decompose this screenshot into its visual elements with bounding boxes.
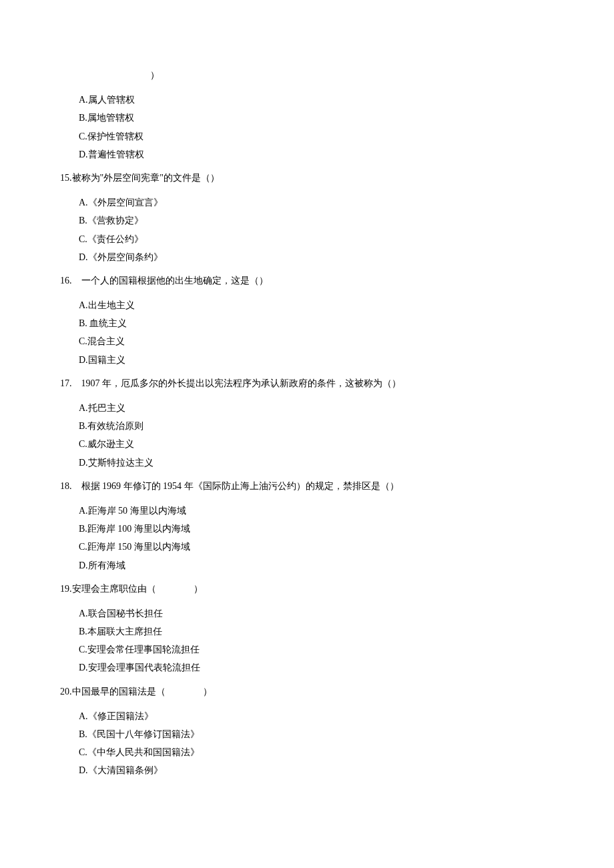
q16-option-c: C.混合主义 — [79, 333, 574, 350]
q17-option-b: B.有效统治原则 — [79, 418, 574, 434]
q17-option-d: D.艾斯特拉达主义 — [79, 454, 574, 471]
q14-option-d: D.普遍性管辖权 — [79, 146, 574, 163]
q18-option-a: A.距海岸 50 海里以内海域 — [79, 502, 574, 519]
q20-option-d: D.《大清国籍条例》 — [79, 762, 574, 779]
q20-stem: 20.中国最早的国籍法是（ ） — [60, 683, 574, 700]
q18-stem: 18. 根据 1969 年修订的 1954 年《国际防止海上油污公约）的规定，禁… — [60, 478, 574, 494]
q14-option-b: B.属地管辖权 — [79, 109, 574, 126]
q16-option-a: A.出生地主义 — [79, 297, 574, 314]
q16-stem: 16. 一个人的国籍根据他的出生地确定，这是（） — [60, 272, 574, 289]
q17-options: A.托巴主义 B.有效统治原则 C.威尔逊主义 D.艾斯特拉达主义 — [79, 400, 574, 471]
q15-options: A.《外层空间宣言》 B.《营救协定》 C.《责任公约》 D.《外层空间条约》 — [79, 194, 574, 266]
q16-option-d: D.国籍主义 — [79, 352, 574, 368]
q18-option-c: C.距海岸 150 海里以内海域 — [79, 538, 574, 555]
q15-option-b: B.《营救协定》 — [79, 212, 574, 229]
q19-options: A.联合国秘书长担任 B.本届联大主席担任 C.安理会常任理事国轮流担任 D.安… — [79, 605, 574, 677]
q18-options: A.距海岸 50 海里以内海域 B.距海岸 100 海里以内海域 C.距海岸 1… — [79, 502, 574, 574]
q14-partial-stem: ） — [150, 67, 574, 83]
q18-option-b: B.距海岸 100 海里以内海域 — [79, 520, 574, 537]
q15-stem: 15.被称为"外层空间宪章"的文件是（） — [60, 169, 574, 186]
q14-option-c: C.保护性管辖权 — [79, 128, 574, 145]
q20-option-c: C.《中华人民共和国国籍法》 — [79, 744, 574, 761]
q17-option-a: A.托巴主义 — [79, 400, 574, 416]
q15-option-a: A.《外层空间宣言》 — [79, 194, 574, 211]
q19-option-b: B.本届联大主席担任 — [79, 623, 574, 640]
q14-option-a: A.属人管辖权 — [79, 91, 574, 108]
q20-options: A.《修正国籍法》 B.《民国十八年修订国籍法》 C.《中华人民共和国国籍法》 … — [79, 708, 574, 779]
q18-option-d: D.所有海域 — [79, 557, 574, 574]
q19-option-d: D.安理会理事国代表轮流担任 — [79, 659, 574, 676]
q16-options: A.出生地主义 B. 血统主义 C.混合主义 D.国籍主义 — [79, 297, 574, 368]
q19-option-a: A.联合国秘书长担任 — [79, 605, 574, 622]
q15-option-d: D.《外层空间条约》 — [79, 249, 574, 266]
q15-option-c: C.《责任公约》 — [79, 231, 574, 248]
q17-option-c: C.威尔逊主义 — [79, 436, 574, 452]
q16-option-b: B. 血统主义 — [79, 315, 574, 332]
q19-option-c: C.安理会常任理事国轮流担任 — [79, 641, 574, 658]
q17-stem: 17. 1907 年，厄瓜多尔的外长提出以宪法程序为承认新政府的条件，这被称为（… — [60, 375, 574, 392]
q19-stem: 19.安理会主席职位由（ ） — [60, 580, 574, 597]
q20-option-b: B.《民国十八年修订国籍法》 — [79, 726, 574, 743]
q14-options: A.属人管辖权 B.属地管辖权 C.保护性管辖权 D.普遍性管辖权 — [79, 91, 574, 163]
q20-option-a: A.《修正国籍法》 — [79, 708, 574, 725]
